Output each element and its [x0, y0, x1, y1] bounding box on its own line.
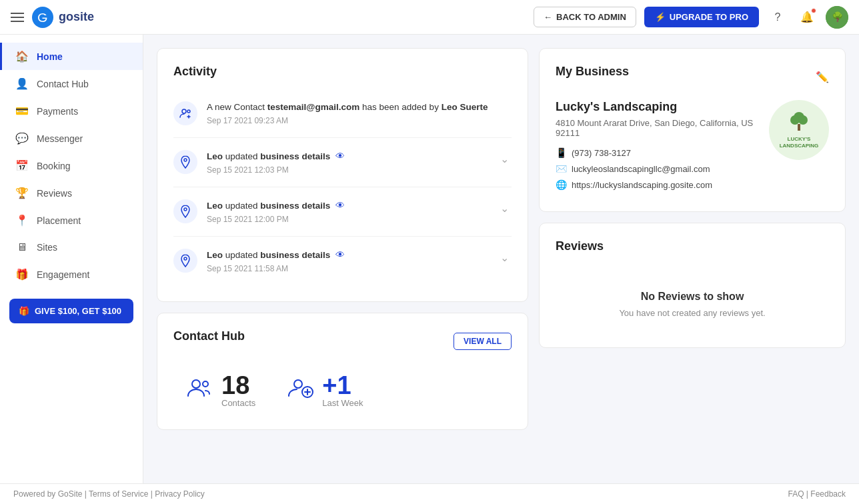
svg-point-4	[187, 110, 190, 113]
sidebar-label-placement: Placement	[37, 215, 81, 226]
business-phone-row: 📱 (973) 738-3127	[556, 147, 769, 158]
right-column: My Business ✏️ Lucky's Landscaping 4810 …	[539, 48, 846, 348]
activity-time-2: Sep 15 2021 12:03 PM	[207, 165, 488, 175]
business-email: luckyleoslandscapingllc@gmail.com	[572, 164, 710, 174]
payments-icon: 💳	[15, 105, 29, 117]
sidebar-item-placement[interactable]: 📍 Placement	[0, 207, 143, 234]
header-right: ← BACK TO ADMIN ⚡ UPGRADE TO PRO ? 🔔 🌳	[534, 6, 848, 29]
activity-title: Activity	[173, 65, 512, 79]
email-icon: ✉️	[556, 163, 566, 174]
sidebar: 🏠 Home 👤 Contact Hub 💳 Payments 💬 Messen…	[0, 35, 143, 504]
edit-business-icon[interactable]: ✏️	[816, 71, 829, 83]
messenger-icon: 💬	[15, 132, 29, 145]
eye-icon-4[interactable]: 👁	[335, 249, 345, 260]
feedback-link[interactable]: Feedback	[810, 489, 846, 499]
main-content: Activity	[143, 35, 859, 504]
booking-icon: 📅	[15, 159, 29, 172]
activity-text-3: Leo updated business details 👁	[207, 199, 488, 213]
activity-time-1: Sep 17 2021 09:23 AM	[207, 116, 512, 125]
eye-icon-3[interactable]: 👁	[335, 200, 345, 211]
activity-content-3: Leo updated business details 👁 Sep 15 20…	[207, 199, 488, 224]
gosite-logo-icon	[32, 7, 53, 28]
home-icon: 🏠	[15, 50, 29, 63]
sidebar-label-messenger: Messenger	[37, 133, 83, 144]
location-svg-4	[179, 254, 191, 267]
view-all-button[interactable]: VIEW ALL	[454, 333, 512, 350]
location-update-icon-3	[173, 199, 197, 223]
my-business-card: My Business ✏️ Lucky's Landscaping 4810 …	[539, 48, 846, 212]
sidebar-item-home[interactable]: 🏠 Home	[0, 43, 143, 70]
engagement-icon: 🎁	[15, 268, 29, 281]
expand-chevron-3[interactable]: ⌄	[498, 199, 512, 217]
activity-content-1: A new Contact testemail@gmail.com has be…	[207, 101, 512, 125]
activity-text-2: Leo updated business details 👁	[207, 150, 488, 163]
no-reviews-title: No Reviews to show	[569, 291, 816, 303]
notifications-icon[interactable]: 🔔	[796, 7, 818, 28]
faq-link[interactable]: FAQ	[788, 489, 804, 499]
activity-content-4: Leo updated business details 👁 Sep 15 20…	[207, 249, 488, 273]
contacts-count-wrap: 18 Contacts	[221, 373, 255, 408]
contact-hub-header: Contact Hub VIEW ALL	[173, 329, 512, 354]
activity-content-2: Leo updated business details 👁 Sep 15 20…	[207, 150, 488, 175]
help-icon[interactable]: ?	[767, 7, 788, 28]
my-business-header: My Business ✏️	[556, 65, 829, 89]
user-avatar[interactable]: 🌳	[826, 6, 848, 29]
back-to-admin-button[interactable]: ← BACK TO ADMIN	[534, 7, 636, 27]
logo[interactable]: gosite	[32, 7, 94, 28]
activity-item-3: Leo updated business details 👁 Sep 15 20…	[173, 187, 512, 237]
terms-link[interactable]: Terms of Service	[89, 489, 148, 499]
svg-point-6	[184, 208, 187, 211]
sidebar-item-contact-hub[interactable]: 👤 Contact Hub	[0, 70, 143, 97]
svg-point-9	[203, 381, 208, 387]
sidebar-label-booking: Booking	[37, 161, 71, 171]
gift-icon: 🎁	[19, 306, 29, 316]
business-logo: LUCKY'SLANDSCAPING	[769, 100, 829, 160]
back-arrow-icon: ←	[544, 12, 552, 22]
sidebar-item-booking[interactable]: 📅 Booking	[0, 152, 143, 179]
placement-icon: 📍	[15, 214, 29, 227]
sidebar-item-messenger[interactable]: 💬 Messenger	[0, 125, 143, 152]
contact-hub-card: Contact Hub VIEW ALL	[157, 313, 528, 430]
business-website: https://luckyslandscaping.gosite.com	[572, 180, 712, 190]
svg-point-14	[798, 115, 808, 125]
location-svg-3	[179, 205, 191, 218]
svg-point-0	[32, 7, 53, 28]
business-address: 4810 Mount Ararat Drive, San Diego, Cali…	[556, 118, 769, 138]
sidebar-item-reviews[interactable]: 🏆 Reviews	[0, 179, 143, 207]
privacy-link[interactable]: Privacy Policy	[155, 489, 205, 499]
give-referral-button[interactable]: 🎁 GIVE $100, GET $100	[9, 299, 133, 323]
new-contacts-label: Last Week	[322, 398, 363, 408]
notification-dot	[811, 8, 816, 13]
contacts-label: Contacts	[221, 398, 255, 408]
eye-icon-2[interactable]: 👁	[335, 151, 345, 161]
upgrade-to-pro-button[interactable]: ⚡ UPGRADE TO PRO	[644, 7, 759, 27]
activity-icon-wrap-2	[173, 150, 197, 174]
activity-time-4: Sep 15 2021 11:58 AM	[207, 264, 488, 273]
total-contacts-stat: 18 Contacts	[187, 373, 255, 408]
footer: Powered by GoSite | Terms of Service | P…	[0, 483, 859, 504]
contact-add-icon	[173, 101, 197, 125]
powered-by-text: Powered by GoSite	[13, 489, 82, 499]
expand-chevron-2[interactable]: ⌄	[498, 150, 512, 168]
location-update-icon-2	[173, 150, 197, 174]
activity-text-1: A new Contact testemail@gmail.com has be…	[207, 101, 512, 114]
phone-icon: 📱	[556, 147, 566, 158]
globe-icon: 🌐	[556, 179, 566, 190]
sidebar-item-sites[interactable]: 🖥 Sites	[0, 234, 143, 261]
reviews-title: Reviews	[556, 239, 829, 253]
expand-chevron-4[interactable]: ⌄	[498, 249, 512, 267]
svg-point-7	[184, 257, 187, 260]
activity-list: A new Contact testemail@gmail.com has be…	[173, 89, 512, 285]
contacts-count: 18	[221, 373, 255, 398]
sidebar-label-sites: Sites	[37, 242, 57, 253]
add-contact-svg	[287, 376, 314, 400]
sidebar-item-payments[interactable]: 💳 Payments	[0, 97, 143, 125]
sidebar-item-engagement[interactable]: 🎁 Engagement	[0, 261, 143, 288]
footer-left: Powered by GoSite | Terms of Service | P…	[13, 489, 205, 499]
hamburger-menu[interactable]	[11, 13, 24, 22]
new-contacts-wrap: +1 Last Week	[322, 373, 363, 408]
activity-card: Activity	[157, 48, 528, 302]
header: gosite ← BACK TO ADMIN ⚡ UPGRADE TO PRO …	[0, 0, 859, 35]
activity-time-3: Sep 15 2021 12:00 PM	[207, 215, 488, 224]
sites-icon: 🖥	[15, 241, 29, 253]
